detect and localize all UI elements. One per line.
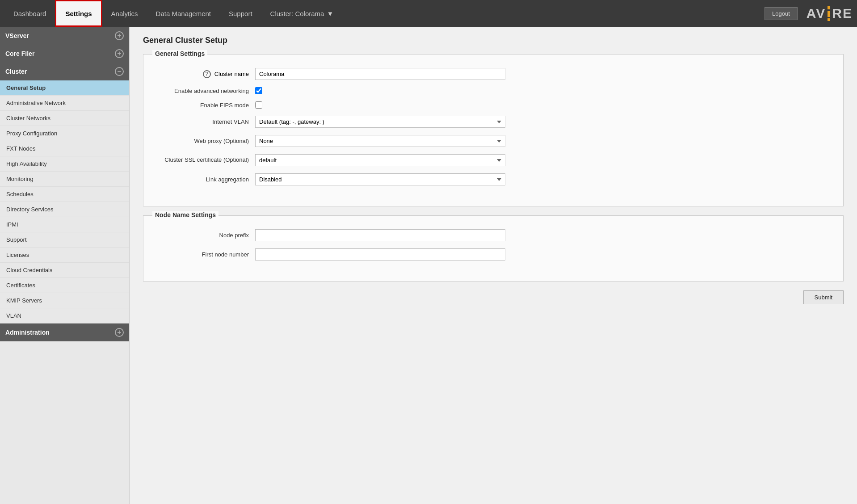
first-node-number-row: First node number: [157, 248, 830, 260]
node-prefix-row: Node prefix: [157, 229, 830, 241]
general-settings-section: General Settings ? Cluster name Enable a…: [143, 54, 844, 206]
cluster-label: Cluster: Colorama: [270, 10, 324, 17]
sidebar-item-administrative-network[interactable]: Administrative Network: [0, 96, 129, 111]
avere-logo: AV RE: [807, 6, 853, 21]
sidebar-section-administration[interactable]: Administration +: [0, 323, 129, 341]
general-settings-inner: ? Cluster name Enable advanced networkin…: [157, 68, 830, 185]
ssl-cert-label: Cluster SSL certificate (Optional): [157, 156, 255, 164]
nav-tabs: Dashboard Settings Analytics Data Manage…: [4, 0, 765, 27]
cluster-name-row: ? Cluster name: [157, 68, 830, 80]
web-proxy-label: Web proxy (Optional): [157, 138, 255, 144]
enable-advanced-networking-checkbox[interactable]: [255, 87, 262, 94]
sidebar-item-general-setup[interactable]: General Setup: [0, 80, 129, 96]
sidebar-administration-label: Administration: [5, 329, 50, 336]
first-node-number-input[interactable]: [255, 248, 505, 260]
cluster-collapse-icon[interactable]: −: [115, 67, 124, 76]
enable-advanced-networking-label: Enable advanced networking: [157, 88, 255, 94]
node-prefix-input[interactable]: [255, 229, 505, 241]
sidebar-item-licenses[interactable]: Licenses: [0, 248, 129, 263]
sidebar-cluster-label: Cluster: [5, 68, 27, 75]
logo-bar-icon: [828, 6, 830, 21]
enable-fips-label: Enable FIPS mode: [157, 102, 255, 109]
cluster-name-label: Cluster name: [214, 71, 249, 77]
web-proxy-row: Web proxy (Optional) None: [157, 135, 830, 147]
main-layout: VServer + Core Filer + Cluster − General…: [0, 27, 857, 504]
sidebar-item-vlan[interactable]: VLAN: [0, 308, 129, 323]
internet-vlan-label: Internet VLAN: [157, 118, 255, 125]
topbar: Dashboard Settings Analytics Data Manage…: [0, 0, 857, 27]
first-node-number-label: First node number: [157, 251, 255, 258]
logo-text-av: AV: [807, 6, 826, 21]
sidebar-item-cluster-networks[interactable]: Cluster Networks: [0, 111, 129, 126]
ssl-cert-select[interactable]: default: [255, 154, 505, 166]
page-title: General Cluster Setup: [143, 36, 844, 45]
submit-button[interactable]: Submit: [803, 290, 844, 304]
sidebar-item-certificates[interactable]: Certificates: [0, 278, 129, 293]
sidebar-item-schedules[interactable]: Schedules: [0, 187, 129, 202]
tab-dashboard[interactable]: Dashboard: [4, 0, 55, 27]
node-prefix-label: Node prefix: [157, 232, 255, 239]
sidebar-item-high-availability[interactable]: High Availability: [0, 156, 129, 172]
sidebar-item-monitoring[interactable]: Monitoring: [0, 172, 129, 187]
logout-button[interactable]: Logout: [765, 7, 798, 20]
tab-support[interactable]: Support: [220, 0, 261, 27]
tab-data-management[interactable]: Data Management: [147, 0, 220, 27]
internet-vlan-select[interactable]: Default (tag: -, gateway: ): [255, 116, 505, 128]
sidebar-section-vserver[interactable]: VServer +: [0, 27, 129, 45]
node-name-settings-section: Node Name Settings Node prefix First nod…: [143, 215, 844, 281]
cluster-name-help-icon[interactable]: ?: [203, 70, 211, 78]
sidebar-item-support[interactable]: Support: [0, 232, 129, 248]
tab-analytics[interactable]: Analytics: [102, 0, 147, 27]
cluster-selector[interactable]: Cluster: Colorama ▼: [261, 6, 343, 21]
sidebar-core-filer-label: Core Filer: [5, 50, 34, 57]
sidebar-item-fxt-nodes[interactable]: FXT Nodes: [0, 141, 129, 156]
sidebar-vserver-label: VServer: [5, 32, 29, 39]
sidebar-section-core-filer[interactable]: Core Filer +: [0, 45, 129, 63]
node-name-settings-inner: Node prefix First node number: [157, 229, 830, 260]
enable-advanced-networking-row: Enable advanced networking: [157, 87, 830, 94]
administration-expand-icon[interactable]: +: [115, 328, 124, 337]
ssl-cert-row: Cluster SSL certificate (Optional) defau…: [157, 154, 830, 166]
enable-fips-checkbox[interactable]: [255, 101, 262, 109]
link-aggregation-row: Link aggregation Disabled: [157, 173, 830, 185]
sidebar-item-cloud-credentials[interactable]: Cloud Credentials: [0, 263, 129, 278]
sidebar: VServer + Core Filer + Cluster − General…: [0, 27, 130, 504]
node-name-settings-title: Node Name Settings: [152, 211, 218, 218]
content-area: General Cluster Setup General Settings ?…: [130, 27, 857, 504]
link-aggregation-label: Link aggregation: [157, 176, 255, 183]
sidebar-item-proxy-configuration[interactable]: Proxy Configuration: [0, 126, 129, 141]
sidebar-item-ipmi[interactable]: IPMI: [0, 217, 129, 232]
chevron-down-icon: ▼: [327, 10, 333, 17]
tab-settings[interactable]: Settings: [55, 0, 102, 27]
sidebar-section-cluster[interactable]: Cluster −: [0, 63, 129, 80]
link-aggregation-select[interactable]: Disabled: [255, 173, 505, 185]
submit-row: Submit: [143, 290, 844, 304]
sidebar-item-directory-services[interactable]: Directory Services: [0, 202, 129, 217]
logo-text-re: RE: [832, 6, 853, 21]
general-settings-title: General Settings: [152, 50, 207, 57]
cluster-name-input[interactable]: [255, 68, 505, 80]
core-filer-expand-icon[interactable]: +: [115, 49, 124, 58]
internet-vlan-row: Internet VLAN Default (tag: -, gateway: …: [157, 116, 830, 128]
sidebar-item-kmip-servers[interactable]: KMIP Servers: [0, 293, 129, 308]
web-proxy-select[interactable]: None: [255, 135, 505, 147]
cluster-name-label-group: ? Cluster name: [157, 70, 255, 78]
vserver-expand-icon[interactable]: +: [115, 31, 124, 40]
enable-fips-row: Enable FIPS mode: [157, 101, 830, 109]
